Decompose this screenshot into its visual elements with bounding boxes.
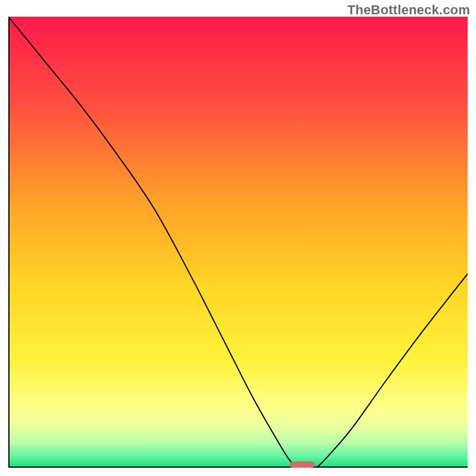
trough-marker <box>290 461 315 468</box>
chart-wrapper: TheBottleneck.com <box>0 0 476 476</box>
watermark-text: TheBottleneck.com <box>347 2 470 18</box>
bottleneck-chart-svg <box>8 17 468 468</box>
chart-background-gradient <box>8 17 468 468</box>
plot-area <box>8 17 468 468</box>
